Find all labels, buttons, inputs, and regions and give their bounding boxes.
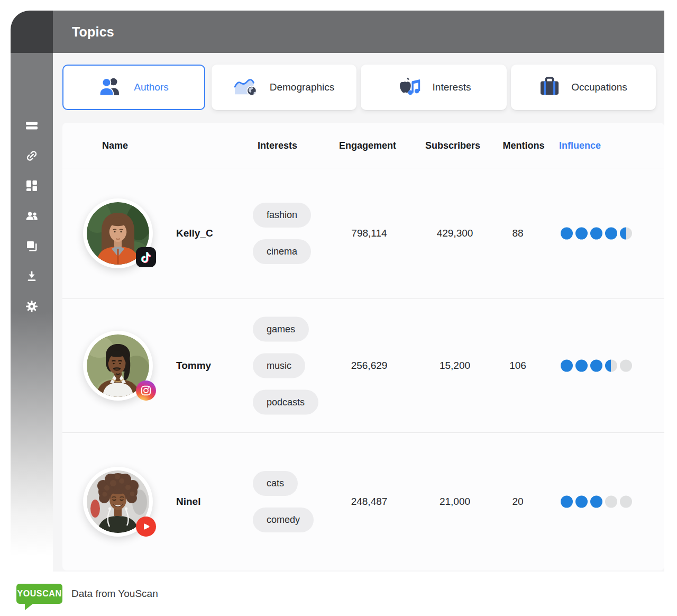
table-row[interactable]: Tommy games music podcasts 256,629 15,20… [62,299,664,433]
mentions-value: 106 [509,360,526,372]
mentions-value: 20 [512,496,523,508]
influence-rating [561,495,632,508]
tab-label: Interests [433,81,471,93]
influence-rating [561,360,632,372]
author-name: Ninel [176,496,200,508]
interest-tag: games [253,317,309,342]
footer-attribution: Data from YouScan [71,584,158,604]
interest-tag: music [253,354,305,378]
influence-dot [575,495,588,508]
authors-table: Name Interests Engagement Subscribers Me… [62,123,664,570]
engagement-value: 798,114 [351,228,387,239]
youtube-icon [136,517,156,537]
influence-dot [605,228,617,240]
column-header-mentions[interactable]: Mentions [503,123,545,168]
tab-occupations[interactable]: Occupations [511,65,656,110]
link-icon[interactable] [25,149,38,162]
influence-rating [561,228,632,240]
author-name: Kelly_C [176,228,213,239]
column-header-interests[interactable]: Interests [258,123,297,168]
menu-icon[interactable] [25,119,38,132]
column-header-name[interactable]: Name [102,123,128,168]
column-header-engagement[interactable]: Engagement [339,123,396,168]
page-header: Topics [53,11,664,53]
tiktok-icon [136,247,156,267]
influence-dot [575,360,588,372]
influence-dot [620,228,632,240]
app-window: Topics [0,0,677,616]
influence-dot [605,495,617,508]
engagement-value: 256,629 [351,360,388,372]
subscribers-value: 21,000 [440,496,470,508]
table-row[interactable]: Kelly_C fashion cinema 798,114 429,300 8… [62,168,664,299]
influence-dot [561,495,573,508]
influence-dot [575,228,588,240]
influence-dot [561,360,573,372]
tab-demographics[interactable]: Demographics [212,65,356,110]
tab-interests[interactable]: Interests [361,65,507,110]
mentions-value: 88 [512,228,523,239]
interest-tags: cats comedy [253,471,314,532]
area-chart-globe-icon [234,76,258,99]
influence-dot [620,360,632,372]
footer: YOUSCAN Data from YouScan [0,572,677,616]
briefcase-icon [539,77,560,98]
column-header-influence[interactable]: Influence [559,123,601,168]
sidebar [11,53,53,572]
subscribers-value: 15,200 [440,360,470,372]
influence-dot [561,228,573,240]
youscan-logo: YOUSCAN [16,584,62,604]
tab-label: Authors [134,81,168,93]
table-row[interactable]: Ninel cats comedy 248,487 21,000 20 [62,433,664,570]
author-name: Tommy [176,360,211,372]
engagement-value: 248,487 [351,496,388,508]
influence-dot [620,495,632,508]
influence-dot [605,360,617,372]
table-header-row: Name Interests Engagement Subscribers Me… [62,123,664,168]
dashboard-icon[interactable] [25,179,38,192]
influence-dot [590,495,602,508]
influence-dot [590,360,602,372]
subscribers-value: 429,300 [437,228,473,239]
settings-gear-icon[interactable] [25,300,38,313]
tab-label: Occupations [571,81,627,93]
sidebar-top-corner [11,11,53,53]
people-icon[interactable] [25,210,38,222]
avatar [83,198,153,268]
page-title: Topics [72,11,114,53]
instagram-icon [136,381,156,401]
interest-tag: cinema [253,239,311,264]
tab-label: Demographics [270,81,335,93]
avatar [83,331,153,401]
interest-tag: cats [253,471,298,496]
copy-icon[interactable] [25,240,38,252]
influence-dot [590,228,602,240]
tab-authors[interactable]: Authors [62,65,205,110]
interest-tags: fashion cinema [253,203,311,264]
avatar [83,467,153,537]
main-content: Authors Demographics [53,53,664,572]
interest-tags: games music podcasts [253,317,318,415]
column-header-subscribers[interactable]: Subscribers [425,123,480,168]
authors-people-icon [99,77,122,98]
interest-tag: podcasts [253,390,318,415]
download-icon[interactable] [25,270,38,283]
interest-tag: fashion [253,203,311,228]
interest-tag: comedy [253,508,314,532]
apple-music-note-icon [397,76,421,99]
